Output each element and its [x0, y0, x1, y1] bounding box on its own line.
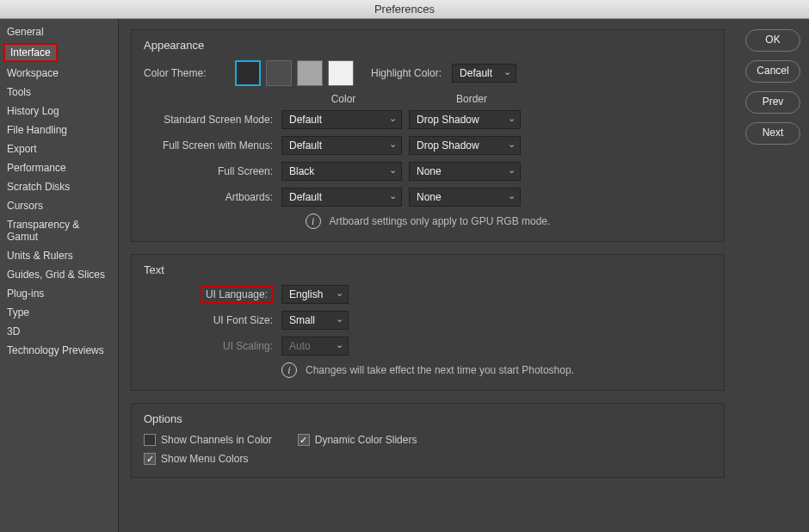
info-icon: i	[306, 213, 321, 229]
options-section: Options Show Channels in Color Dynamic C…	[131, 403, 725, 478]
show-menu-colors-checkbox[interactable]: Show Menu Colors	[144, 453, 248, 465]
full-color-select[interactable]: Black	[281, 162, 402, 181]
text-title: Text	[144, 263, 712, 276]
sidebar-item-plugins[interactable]: Plug-ins	[0, 284, 118, 303]
border-column-header: Border	[412, 93, 531, 105]
sidebar-item-transparency-gamut[interactable]: Transparency & Gamut	[0, 215, 118, 246]
full-menus-color-select[interactable]: Default	[281, 136, 402, 155]
full-menus-border-select[interactable]: Drop Shadow	[409, 136, 521, 155]
sidebar-item-guides-grid-slices[interactable]: Guides, Grid & Slices	[0, 265, 118, 284]
ui-scaling-label: UI Scaling:	[144, 340, 281, 352]
sidebar-item-tools[interactable]: Tools	[0, 83, 118, 102]
color-theme-label: Color Theme:	[144, 67, 230, 79]
text-info-text: Changes will take effect the next time y…	[306, 364, 574, 376]
theme-swatch-light[interactable]	[297, 60, 323, 86]
sidebar-item-performance[interactable]: Performance	[0, 158, 118, 177]
theme-swatch-darkest[interactable]	[235, 60, 261, 86]
checkbox-icon	[298, 434, 310, 446]
full-border-select[interactable]: None	[409, 162, 521, 181]
highlight-color-label: Highlight Color:	[371, 67, 442, 79]
checkbox-icon	[144, 453, 156, 465]
checkbox-icon	[144, 434, 156, 446]
ui-language-select[interactable]: English	[281, 285, 349, 304]
prev-button[interactable]: Prev	[745, 91, 800, 114]
sidebar-item-technology-previews[interactable]: Technology Previews	[0, 341, 118, 360]
color-column-header: Color	[281, 93, 405, 105]
ui-scaling-select: Auto	[281, 337, 349, 356]
info-icon: i	[281, 362, 297, 378]
text-section: Text UI Language: English UI Font Size: …	[131, 254, 725, 391]
sidebar-item-scratch-disks[interactable]: Scratch Disks	[0, 177, 118, 196]
sidebar-item-units-rulers[interactable]: Units & Rulers	[0, 246, 118, 265]
ui-language-label: UI Language:	[201, 286, 273, 303]
standard-screen-mode-label: Standard Screen Mode:	[144, 114, 281, 126]
sidebar-item-workspace[interactable]: Workspace	[0, 64, 118, 83]
artboards-border-select[interactable]: None	[409, 188, 521, 207]
sidebar-item-history-log[interactable]: History Log	[0, 102, 118, 121]
ui-font-size-label: UI Font Size:	[144, 314, 281, 326]
sidebar-item-export[interactable]: Export	[0, 139, 118, 158]
standard-border-select[interactable]: Drop Shadow	[409, 110, 521, 129]
window-title: Preferences	[0, 0, 809, 19]
theme-swatch-lightest[interactable]	[328, 60, 354, 86]
artboards-label: Artboards:	[144, 191, 281, 203]
dynamic-color-sliders-checkbox[interactable]: Dynamic Color Sliders	[298, 434, 417, 446]
dialog-buttons: OK Cancel Prev Next	[737, 19, 809, 532]
appearance-title: Appearance	[144, 39, 712, 52]
full-screen-menus-label: Full Screen with Menus:	[144, 139, 281, 152]
show-channels-label: Show Channels in Color	[161, 434, 272, 446]
sidebar-item-interface[interactable]: Interface	[3, 43, 58, 62]
full-screen-label: Full Screen:	[144, 165, 281, 177]
theme-swatch-dark[interactable]	[266, 60, 292, 86]
ui-font-size-select[interactable]: Small	[281, 311, 349, 330]
standard-color-select[interactable]: Default	[281, 110, 402, 129]
highlight-color-select[interactable]: Default	[452, 64, 516, 83]
sidebar-item-type[interactable]: Type	[0, 303, 118, 322]
sidebar-item-general[interactable]: General	[0, 22, 118, 41]
artboards-color-select[interactable]: Default	[281, 188, 402, 207]
sidebar-item-cursors[interactable]: Cursors	[0, 196, 118, 215]
content-panel: Appearance Color Theme: Highlight Color:…	[119, 19, 737, 532]
sidebar-item-3d[interactable]: 3D	[0, 322, 118, 341]
show-menu-colors-label: Show Menu Colors	[161, 453, 248, 465]
next-button[interactable]: Next	[745, 122, 800, 145]
appearance-section: Appearance Color Theme: Highlight Color:…	[131, 29, 725, 242]
dynamic-sliders-label: Dynamic Color Sliders	[315, 434, 417, 446]
show-channels-checkbox[interactable]: Show Channels in Color	[144, 434, 272, 446]
appearance-info-text: Artboard settings only apply to GPU RGB …	[330, 215, 551, 227]
options-title: Options	[144, 412, 712, 425]
sidebar: General Interface Workspace Tools Histor…	[0, 19, 119, 532]
sidebar-item-file-handling[interactable]: File Handling	[0, 121, 118, 139]
cancel-button[interactable]: Cancel	[745, 60, 800, 83]
ok-button[interactable]: OK	[745, 29, 800, 52]
